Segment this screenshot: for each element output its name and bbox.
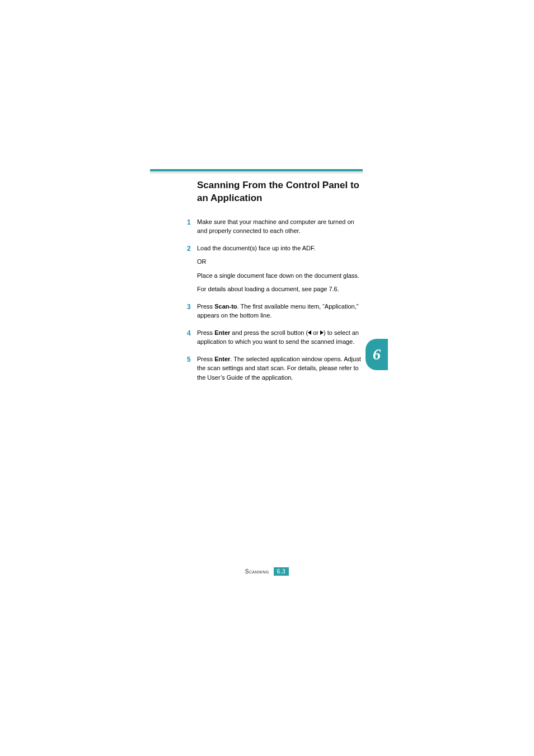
arrow-right-icon <box>320 330 324 335</box>
step-number: 2 <box>187 244 191 254</box>
step-number: 4 <box>187 328 191 338</box>
bold-run: Enter <box>214 329 230 336</box>
section-rule-light <box>150 171 363 174</box>
text-run: Make sure that your machine and computer… <box>197 218 354 235</box>
manual-page: Scanning From the Control Panel to an Ap… <box>0 0 534 756</box>
bold-run: Enter <box>214 356 230 362</box>
step-item: 3Press Scan-to. The first available menu… <box>197 302 365 320</box>
chapter-tab: 6 <box>366 339 388 370</box>
text-run: For details about loading a document, se… <box>197 286 339 292</box>
text-run: Press <box>197 329 214 336</box>
chapter-number: 6 <box>373 346 381 363</box>
step-item: 2Load the document(s) face up into the A… <box>197 244 365 294</box>
step-item: 4Press Enter and press the scroll button… <box>197 328 365 347</box>
step-number: 3 <box>187 302 191 312</box>
arrow-left-icon <box>308 330 311 335</box>
text-run: and press the scroll button ( <box>230 329 308 336</box>
step-text: Make sure that your machine and computer… <box>197 217 365 236</box>
step-text: Press Enter. The selected application wi… <box>197 354 365 382</box>
steps-list: 1Make sure that your machine and compute… <box>197 217 365 382</box>
step-text: Press Enter and press the scroll button … <box>197 328 365 347</box>
step-number: 5 <box>187 354 191 365</box>
text-run: or <box>311 329 320 336</box>
page-footer: Scanning 6.3 <box>0 566 534 576</box>
footer-page-number: 6.3 <box>274 567 289 576</box>
step-item: 1Make sure that your machine and compute… <box>197 217 365 236</box>
step-number: 1 <box>187 217 191 227</box>
bold-run: Scan-to <box>214 303 237 310</box>
text-run: Place a single document face down on the… <box>197 272 359 279</box>
text-run: Press <box>197 303 214 310</box>
footer-section-label: Scanning <box>245 568 269 575</box>
step-text: OR <box>197 257 365 267</box>
text-run: Press <box>197 356 214 362</box>
text-run: OR <box>197 258 207 265</box>
step-text: Press Scan-to. The first available menu … <box>197 302 365 320</box>
step-text: Load the document(s) face up into the AD… <box>197 244 365 253</box>
step-item: 5Press Enter. The selected application w… <box>197 354 365 382</box>
content-column: Scanning From the Control Panel to an Ap… <box>197 179 365 390</box>
step-text: Place a single document face down on the… <box>197 271 365 281</box>
text-run: Load the document(s) face up into the AD… <box>197 245 316 251</box>
step-text: For details about loading a document, se… <box>197 284 365 294</box>
section-heading: Scanning From the Control Panel to an Ap… <box>197 179 365 205</box>
